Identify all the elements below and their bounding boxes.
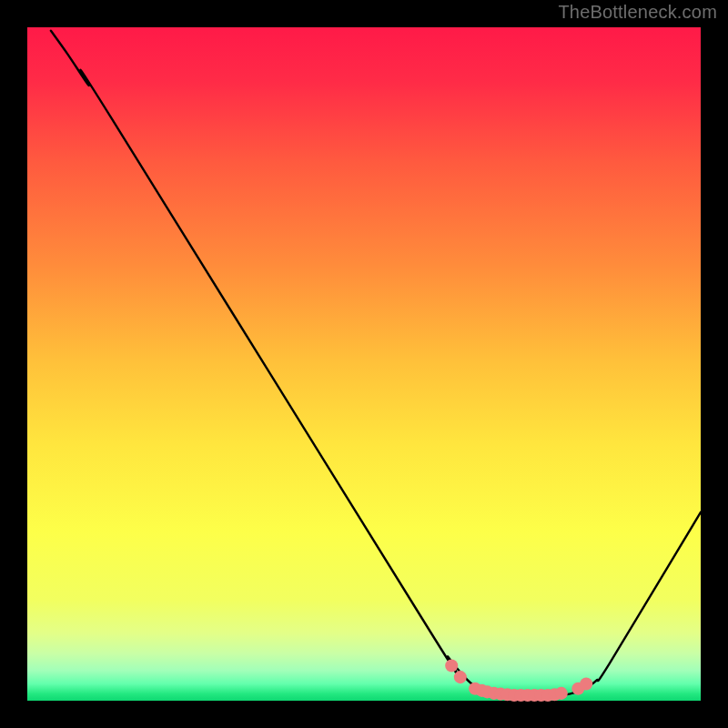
plot-area <box>27 27 701 701</box>
highlight-marker <box>445 659 458 672</box>
highlight-marker <box>454 671 467 683</box>
highlight-marker <box>580 677 592 690</box>
chart-canvas <box>0 0 728 728</box>
watermark-label: TheBottleneck.com <box>558 2 717 23</box>
highlight-marker <box>555 687 568 700</box>
chart-stage: TheBottleneck.com <box>0 0 728 728</box>
